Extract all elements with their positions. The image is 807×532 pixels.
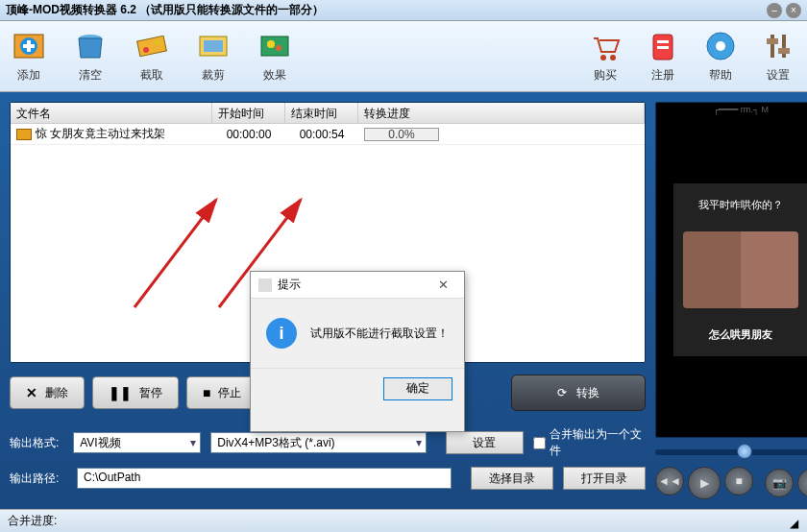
pause-icon: ❚❚ <box>109 385 132 400</box>
cell-start: 00:00:00 <box>212 128 285 141</box>
info-dialog: 提示 ✕ i 试用版不能进行截取设置！ 确定 <box>250 271 465 432</box>
col-end[interactable]: 结束时间 <box>285 103 358 123</box>
pause-button[interactable]: ❚❚暂停 <box>92 376 179 409</box>
table-header: 文件名 开始时间 结束时间 转换进度 <box>11 103 645 124</box>
svg-rect-16 <box>657 40 669 43</box>
delete-button[interactable]: ✕删除 <box>10 376 85 409</box>
svg-rect-22 <box>767 38 778 44</box>
buy-label: 购买 <box>594 67 617 84</box>
table-row[interactable]: 惊 女朋友竟主动过来找架 00:00:00 00:00:54 0.0% <box>11 124 645 145</box>
merge-checkbox[interactable] <box>533 437 546 449</box>
effect-button[interactable]: 效果 <box>257 29 292 84</box>
format-select-2[interactable]: DivX4+MP3格式 (*.avi) <box>210 432 427 453</box>
dialog-titlebar: 提示 ✕ <box>251 272 464 299</box>
path-input[interactable]: C:\OutPath <box>77 468 452 489</box>
svg-point-13 <box>600 55 606 60</box>
dialog-title-icon <box>258 278 272 292</box>
snapshot-button[interactable]: 📷 <box>765 469 794 497</box>
clear-button[interactable]: 清空 <box>73 29 108 84</box>
player-prev-button[interactable]: ◄◄ <box>655 467 684 496</box>
toolbar-left-group: 添加 清空 截取 裁剪 效果 <box>12 29 292 84</box>
svg-point-6 <box>143 47 149 53</box>
svg-point-12 <box>276 45 281 51</box>
dialog-title: 提示 <box>278 277 429 293</box>
add-label: 添加 <box>17 67 40 84</box>
titlebar: 顶峰-MOD视频转换器 6.2 （试用版只能转换源文件的一部分） – × <box>0 0 807 21</box>
format-select-1[interactable]: AVI视频 <box>73 432 201 453</box>
svg-rect-23 <box>778 48 790 54</box>
player-play-button[interactable]: ▶ <box>688 467 721 499</box>
preview-video-frame: 我平时咋哄你的？ 怎么哄男朋友 <box>673 183 807 356</box>
format-label: 输出格式: <box>10 435 63 451</box>
preview-image-content <box>683 231 798 308</box>
window-buttons: – × <box>767 3 801 18</box>
col-filename[interactable]: 文件名 <box>11 103 212 123</box>
svg-rect-21 <box>782 35 786 58</box>
open-dir-button[interactable]: 打开目录 <box>563 467 646 490</box>
slider-thumb[interactable] <box>737 444 752 459</box>
toolbar-right-group: 购买 注册 帮助 设置 <box>588 29 795 84</box>
cut-button[interactable]: 截取 <box>134 29 169 84</box>
minimize-button[interactable]: – <box>767 3 782 18</box>
stop-button[interactable]: ■停止 <box>186 376 257 409</box>
add-icon <box>12 29 46 63</box>
cut-label: 截取 <box>140 67 163 84</box>
preview-subtitle-top: 我平时咋哄你的？ <box>698 198 783 212</box>
dialog-message: 试用版不能进行截取设置！ <box>310 326 449 342</box>
player-stop-button[interactable]: ■ <box>724 467 753 496</box>
cut-icon <box>134 29 169 63</box>
dialog-body: i 试用版不能进行截取设置！ <box>251 299 464 368</box>
svg-point-19 <box>716 41 725 51</box>
app-window: 顶峰-MOD视频转换器 6.2 （试用版只能转换源文件的一部分） – × 添加 … <box>0 0 807 532</box>
buy-icon <box>588 29 623 63</box>
stop-icon: ■ <box>203 385 210 400</box>
progress-bar: 0.0% <box>364 128 439 141</box>
crop-label: 裁剪 <box>202 67 225 84</box>
svg-point-14 <box>610 55 616 60</box>
info-icon: i <box>266 318 297 349</box>
crop-button[interactable]: 裁剪 <box>196 29 231 84</box>
buy-button[interactable]: 购买 <box>588 29 623 84</box>
preview-area: ┌━━━━ rm.┐ M 我平时咋哄你的？ 怎么哄男朋友 <box>655 102 807 438</box>
resize-grip[interactable]: ◢ <box>790 517 799 526</box>
convert-button[interactable]: ⟳转换 <box>511 375 646 411</box>
seek-slider[interactable] <box>655 446 807 459</box>
snapshot-folder-button[interactable]: 🗀 <box>797 469 807 497</box>
dialog-footer: 确定 <box>251 368 464 408</box>
register-icon <box>646 29 680 63</box>
choose-dir-button[interactable]: 选择目录 <box>471 467 553 490</box>
film-icon <box>16 129 32 140</box>
dialog-ok-button[interactable]: 确定 <box>383 377 452 400</box>
format-settings-button[interactable]: 设置 <box>446 431 524 454</box>
path-label: 输出路径: <box>10 471 67 487</box>
svg-rect-5 <box>137 36 167 56</box>
svg-point-7 <box>155 39 160 45</box>
svg-rect-20 <box>770 35 774 58</box>
preview-subtitle-bottom: 怎么哄男朋友 <box>709 327 772 342</box>
add-button[interactable]: 添加 <box>12 29 46 84</box>
settings-button[interactable]: 设置 <box>761 29 795 84</box>
svg-rect-3 <box>23 44 35 48</box>
col-progress[interactable]: 转换进度 <box>358 103 645 123</box>
cell-end: 00:00:54 <box>285 128 358 141</box>
register-button[interactable]: 注册 <box>646 29 680 84</box>
clear-icon <box>73 29 108 63</box>
clear-label: 清空 <box>79 67 102 84</box>
help-icon <box>703 29 738 63</box>
settings-label: 设置 <box>767 67 790 84</box>
player-controls: ◄◄ ▶ ■ 📷 🗀 <box>655 467 807 499</box>
col-start[interactable]: 开始时间 <box>212 103 285 123</box>
merge-checkbox-wrap[interactable]: 合并输出为一个文件 <box>533 426 646 459</box>
help-label: 帮助 <box>709 67 732 84</box>
svg-rect-9 <box>204 40 223 52</box>
help-button[interactable]: 帮助 <box>703 29 738 84</box>
dialog-close-button[interactable]: ✕ <box>429 276 456 295</box>
x-icon: ✕ <box>26 385 37 400</box>
cell-filename: 惊 女朋友竟主动过来找架 <box>36 126 165 142</box>
close-button[interactable]: × <box>786 3 801 18</box>
crop-icon <box>196 29 231 63</box>
toolbar: 添加 清空 截取 裁剪 效果 购买 <box>0 21 807 92</box>
merge-progress-label: 合并进度: <box>8 513 57 529</box>
statusbar: 合并进度: ◢ <box>0 509 807 532</box>
svg-point-11 <box>267 40 275 48</box>
